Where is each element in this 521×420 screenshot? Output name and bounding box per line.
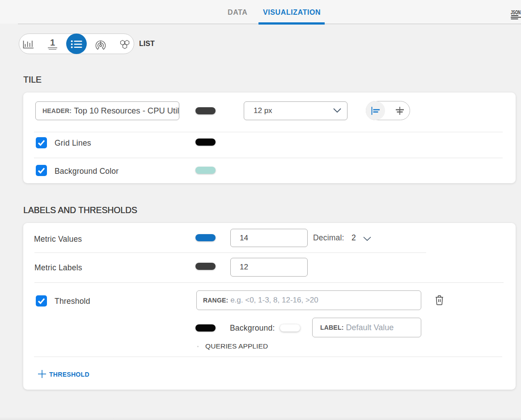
svg-text:JSON: JSON xyxy=(511,9,521,16)
